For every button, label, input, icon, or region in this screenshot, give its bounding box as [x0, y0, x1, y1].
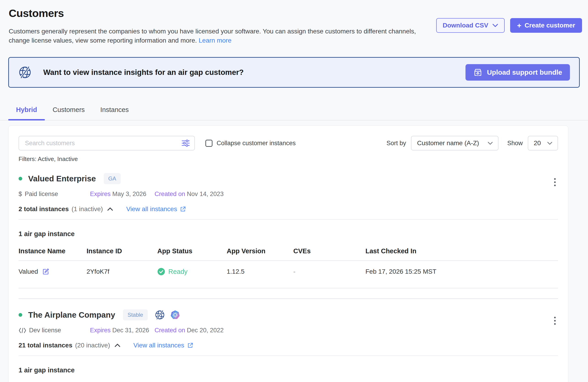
show-label: Show: [507, 140, 523, 147]
tab-hybrid[interactable]: Hybrid: [8, 102, 45, 120]
license-type-label: Paid license: [25, 191, 58, 198]
active-status-dot: [19, 177, 22, 180]
sort-by-select[interactable]: Customer name (A-Z): [411, 136, 499, 150]
created-date: Dec 20, 2022: [187, 327, 224, 334]
col-app-version: App Version: [227, 247, 293, 255]
banner-title: Want to view instance insights for an ai…: [43, 68, 244, 77]
chevron-down-icon: [547, 142, 552, 145]
show-select[interactable]: 20: [528, 136, 558, 150]
inactive-instances: (1 inactive): [71, 205, 103, 213]
view-all-instances-label: View all instances: [133, 342, 184, 349]
customer-name[interactable]: Valued Enterprise: [28, 174, 96, 183]
license-type-label: Dev license: [29, 327, 61, 334]
tab-customers[interactable]: Customers: [45, 102, 92, 120]
created-on-label: Created on: [155, 327, 185, 334]
created-info: Created on Nov 14, 2023: [155, 191, 224, 198]
instance-name: Valued: [19, 268, 38, 275]
created-info: Created on Dec 20, 2022: [155, 327, 224, 334]
collapse-instances-caret[interactable]: [114, 343, 121, 347]
view-all-instances-label: View all instances: [126, 205, 177, 213]
collapse-instances-checkbox[interactable]: [205, 140, 212, 147]
customer-capability-icons: [155, 310, 180, 320]
total-instances: 21 total instances: [19, 342, 72, 349]
airgap-banner: Want to view instance insights for an ai…: [8, 57, 580, 88]
upload-icon: [473, 68, 483, 77]
instance-id: 2YfoK7f: [86, 268, 157, 275]
created-date: Nov 14, 2023: [187, 191, 224, 197]
dollar-icon: $: [19, 191, 22, 198]
col-app-status: App Status: [157, 247, 227, 255]
customer-name-row: Valued Enterprise GA: [19, 173, 558, 184]
app-version: 1.12.5: [227, 268, 293, 275]
expires-date: May 3, 2026: [112, 191, 147, 197]
customer-divider: [19, 298, 558, 299]
expires-date: Dec 31, 2026: [112, 327, 149, 334]
instance-name-cell: Valued: [19, 268, 86, 275]
table-row-divider: [19, 288, 558, 288]
customer-menu-kebab[interactable]: [553, 315, 557, 326]
instances-summary-row: 21 total instances (20 inactive) View al…: [19, 342, 558, 349]
sort-by-value: Customer name (A-Z): [417, 139, 479, 147]
create-customer-label: Create customer: [525, 22, 575, 29]
search-wrap: [19, 136, 195, 150]
collapse-instances-caret[interactable]: [107, 207, 113, 211]
download-csv-button[interactable]: Download CSV: [436, 18, 505, 33]
inactive-instances: (20 inactive): [75, 342, 110, 349]
chevron-down-icon: [487, 142, 493, 145]
chevron-down-icon: [492, 23, 498, 27]
page-description: Customers generally represent the compan…: [9, 27, 432, 45]
expires-info: Expires May 3, 2026: [90, 191, 155, 198]
external-link-icon: [180, 206, 186, 212]
airgap-instance-heading: 1 air gap instance: [19, 366, 558, 374]
expires-info: Expires Dec 31, 2026: [90, 327, 155, 334]
active-filters-text: Filters: Active, Inactive: [19, 155, 558, 163]
upload-support-bundle-button[interactable]: Upload support bundle: [465, 64, 570, 81]
view-all-instances-link[interactable]: View all instances: [133, 342, 193, 349]
app-status: Ready: [168, 268, 188, 276]
license-type: $ Paid license: [19, 191, 90, 198]
customer-meta-row: $ Paid license Expires May 3, 2026 Creat…: [19, 191, 558, 198]
customer-block-airplane-company: The Airplane Company Stable: [19, 309, 558, 382]
customer-name[interactable]: The Airplane Company: [28, 310, 115, 319]
col-instance-name: Instance Name: [19, 247, 86, 255]
section-divider: [19, 355, 558, 356]
kubernetes-embedded-cluster-icon: [170, 310, 180, 320]
tab-bar: Hybrid Customers Instances: [0, 102, 588, 121]
filter-sliders-icon[interactable]: [182, 139, 190, 147]
dev-code-icon: [19, 327, 26, 334]
instances-table: Instance Name Instance ID App Status App…: [19, 247, 558, 288]
customer-block-valued-enterprise: Valued Enterprise GA $ Paid license Expi…: [19, 173, 558, 299]
create-customer-button[interactable]: + Create customer: [510, 18, 582, 33]
header-actions: Download CSV + Create customer: [436, 18, 582, 33]
search-input[interactable]: [19, 136, 195, 150]
total-instances: 2 total instances: [19, 205, 69, 213]
external-link-icon: [187, 342, 193, 349]
expires-label: Expires: [90, 191, 111, 197]
customers-card: Collapse customer instances Sort by Cust…: [8, 126, 568, 382]
edit-instance-button[interactable]: [42, 268, 49, 275]
check-circle-icon: [157, 268, 165, 276]
instances-table-header: Instance Name Instance ID App Status App…: [19, 247, 558, 255]
last-checked-in: Feb 17, 2026 15:25 MST: [365, 268, 558, 275]
instances-summary-row: 2 total instances (1 inactive) View all …: [19, 205, 558, 213]
plus-icon: +: [517, 22, 521, 29]
page-title: Customers: [9, 7, 582, 20]
learn-more-link[interactable]: Learn more: [199, 37, 231, 44]
section-divider: [19, 219, 558, 220]
expires-label: Expires: [90, 327, 111, 334]
airgap-globe-icon: [18, 65, 32, 79]
table-row: Valued 2YfoK7f: [19, 261, 558, 282]
customer-name-row: The Airplane Company Stable: [19, 309, 558, 320]
channel-badge: Stable: [123, 309, 148, 320]
download-csv-label: Download CSV: [442, 22, 488, 29]
app-status-cell: Ready: [157, 268, 227, 276]
view-all-instances-link[interactable]: View all instances: [126, 205, 186, 213]
col-instance-id: Instance ID: [86, 247, 157, 255]
customer-menu-kebab[interactable]: [553, 177, 557, 188]
page-header: Customers Customers generally represent …: [0, 0, 588, 45]
upload-support-bundle-label: Upload support bundle: [487, 68, 562, 76]
edit-icon: [42, 268, 49, 275]
tab-instances[interactable]: Instances: [92, 102, 136, 120]
col-last-checked-in: Last Checked In: [365, 247, 558, 255]
show-value: 20: [534, 139, 541, 147]
